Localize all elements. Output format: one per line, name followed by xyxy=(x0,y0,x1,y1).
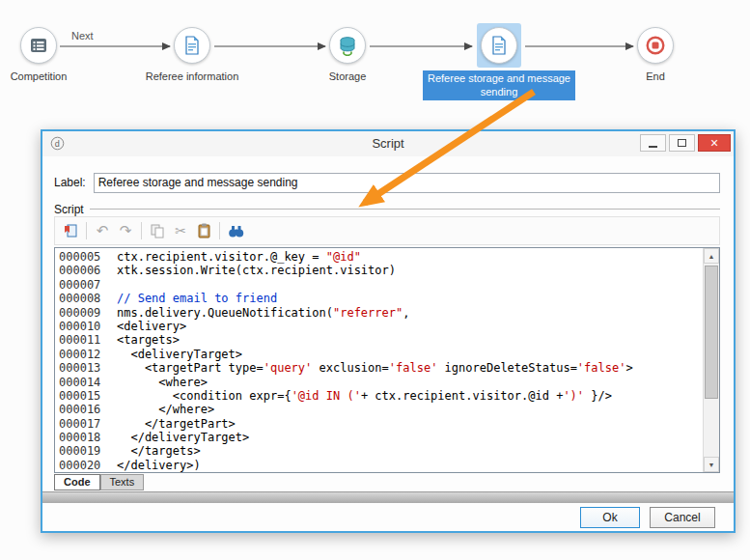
code-line: 000006xtk.session.Write(ctx.recipient.vi… xyxy=(59,264,703,277)
scroll-thumb[interactable] xyxy=(705,266,718,399)
line-number: 000013 xyxy=(59,361,103,375)
code-line: 000012 <deliveryTarget> xyxy=(59,348,703,361)
end-node-box[interactable] xyxy=(633,23,678,68)
line-number: 000007 xyxy=(59,278,103,292)
script-toolbar: ↶↷✂ xyxy=(54,216,720,245)
competition-icon[interactable] xyxy=(20,27,57,64)
screen: Next CompetitionReferee informationStora… xyxy=(0,0,750,560)
code-line: 000018 </deliveryTarget> xyxy=(59,431,703,444)
workflow-node-label: Storage xyxy=(329,70,367,82)
code-line: 000009nms.delivery.QueueNotification("re… xyxy=(59,306,703,320)
paste-icon[interactable] xyxy=(192,219,215,242)
line-number: 000017 xyxy=(59,417,103,431)
redo-icon[interactable]: ↷ xyxy=(114,219,137,242)
workflow-node-label: Competition xyxy=(11,70,68,82)
workflow-node-label: End xyxy=(646,70,665,82)
workflow-node-script[interactable]: Referee storage and message sending xyxy=(417,23,581,100)
competition-node-box[interactable] xyxy=(16,23,61,68)
line-number: 000016 xyxy=(59,403,103,416)
dialog-titlebar[interactable]: d Script × xyxy=(42,131,734,156)
code-line: 000019 </targets> xyxy=(59,444,703,458)
code-line: 000011<targets> xyxy=(59,333,703,347)
line-number: 000009 xyxy=(59,306,103,320)
line-number: 000018 xyxy=(59,431,103,444)
code-line: 000015 <condition expr={'@id IN ('+ ctx.… xyxy=(59,389,703,403)
code-line: 000005ctx.recipient.visitor.@_key = "@id… xyxy=(59,250,703,264)
line-number: 000005 xyxy=(59,250,103,264)
code-line: 000010<delivery> xyxy=(59,320,703,333)
scroll-up-button[interactable]: ▲ xyxy=(704,248,719,264)
workflow-node-storage[interactable]: Storage xyxy=(265,23,430,82)
window-controls: × xyxy=(640,134,731,152)
script-node-box[interactable] xyxy=(170,23,214,68)
script-group-caption: Script xyxy=(54,203,84,216)
line-number: 000008 xyxy=(59,292,103,305)
status-strip xyxy=(42,491,734,503)
editor-tabs: CodeTexts xyxy=(54,474,144,490)
ok-button[interactable]: Ok xyxy=(580,507,640,528)
code-line: 000020</delivery>) xyxy=(59,459,703,472)
vertical-scrollbar[interactable]: ▲ ▼ xyxy=(703,248,719,472)
minimize-icon xyxy=(649,146,657,148)
undo-icon[interactable]: ↶ xyxy=(91,219,114,242)
close-button[interactable]: × xyxy=(698,134,731,152)
workflow-diagram: Next CompetitionReferee informationStora… xyxy=(0,0,750,114)
line-number: 000011 xyxy=(59,333,103,347)
line-number: 000019 xyxy=(59,444,103,458)
toolbar-separator xyxy=(141,222,142,239)
storage-icon[interactable] xyxy=(329,27,366,64)
storage-node-box[interactable] xyxy=(325,23,370,68)
group-separator xyxy=(90,209,720,210)
insert-snippet-icon[interactable] xyxy=(59,219,82,242)
workflow-node-script[interactable]: Referee information xyxy=(110,23,274,82)
maximize-icon xyxy=(678,139,686,147)
script-node-box[interactable] xyxy=(477,23,521,68)
cut-icon[interactable]: ✂ xyxy=(169,219,192,242)
workflow-node-label: Referee storage and message sending xyxy=(423,70,575,100)
code-line: 000016 </where> xyxy=(59,403,703,416)
line-number: 000012 xyxy=(59,348,103,361)
line-number: 000006 xyxy=(59,264,103,277)
toolbar-separator xyxy=(86,222,87,239)
copy-icon[interactable] xyxy=(146,219,169,242)
script-icon[interactable] xyxy=(481,27,517,64)
code-line: 000013 <targetPart type='query' exclusio… xyxy=(59,361,703,375)
line-number: 000010 xyxy=(59,320,103,333)
workflow-node-competition[interactable]: Competition xyxy=(0,23,121,82)
close-icon: × xyxy=(710,136,718,150)
code-area[interactable]: 000005ctx.recipient.visitor.@_key = "@id… xyxy=(55,248,703,472)
tab-texts[interactable]: Texts xyxy=(100,474,145,490)
script-icon[interactable] xyxy=(174,27,210,64)
line-number: 000014 xyxy=(59,376,103,389)
code-editor[interactable]: 000005ctx.recipient.visitor.@_key = "@id… xyxy=(54,247,720,473)
label-input[interactable] xyxy=(94,173,720,193)
code-line: 000017 </targetPart> xyxy=(59,417,703,431)
scroll-down-button[interactable]: ▼ xyxy=(704,457,719,472)
code-line: 000014 <where> xyxy=(59,376,703,389)
code-line: 000008// Send email to friend xyxy=(59,292,703,305)
find-icon[interactable] xyxy=(224,219,247,242)
dialog-buttons: Ok Cancel xyxy=(580,507,715,528)
cancel-button[interactable]: Cancel xyxy=(650,507,715,528)
workflow-node-end[interactable]: End xyxy=(573,23,737,82)
code-line: 000007 xyxy=(59,278,703,292)
end-icon[interactable] xyxy=(637,27,674,64)
workflow-node-label: Referee information xyxy=(146,70,239,82)
line-number: 000020 xyxy=(59,459,103,472)
maximize-button[interactable] xyxy=(669,134,695,152)
dialog-title: Script xyxy=(42,136,734,151)
label-caption: Label: xyxy=(54,176,86,189)
tab-code[interactable]: Code xyxy=(54,474,100,490)
line-number: 000015 xyxy=(59,389,103,403)
toolbar-separator xyxy=(219,222,220,239)
minimize-button[interactable] xyxy=(640,134,666,152)
script-dialog: d Script × Label: Script ↶↷✂ 000005ctx.r… xyxy=(41,129,736,533)
